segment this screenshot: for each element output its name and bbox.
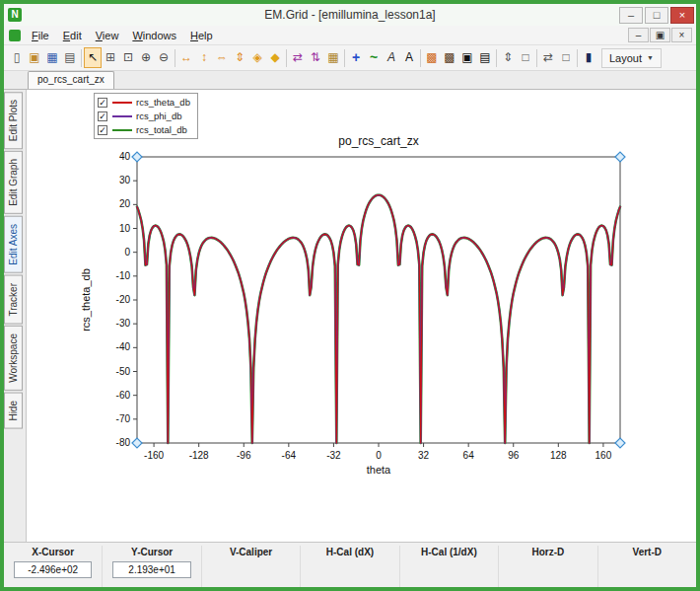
statusbar-value: -2.496e+02 [14,561,92,578]
stretch-x-button[interactable]: ⇔ [213,47,231,68]
resize-handle-top-left[interactable] [132,152,142,162]
window-close-button[interactable]: × [670,7,694,24]
stretch-y-button[interactable]: ⇕ [231,47,248,68]
legend-checkbox-rcs_theta_db[interactable]: ✓ [98,98,107,108]
legend-label: rcs_theta_db [136,97,190,108]
series-rcs_phi_db-line [137,195,620,443]
y-tick-label: 10 [119,223,131,234]
image-dark-button[interactable]: ▩ [441,47,458,68]
legend-line-sample [112,102,132,104]
toolbar-separator [175,49,175,67]
y-tick-label: -30 [116,318,131,329]
sidebar-tab-edit-graph[interactable]: Edit Graph [4,151,23,214]
plot-legend: ✓rcs_theta_db✓rcs_phi_db✓rcs_total_db [94,93,198,139]
scale-y-button[interactable]: ↕ [195,47,213,68]
legend-checkbox-rcs_total_db[interactable]: ✓ [98,125,107,135]
save-button[interactable]: ▦ [43,47,61,68]
resize-handle-bottom-left[interactable] [132,438,142,448]
x-tick-label: 128 [550,450,567,461]
menu-view[interactable]: View [89,28,126,43]
mdi-restore-button[interactable]: ▣ [650,28,670,42]
axis-expand-y-button[interactable]: ⇕ [499,47,517,68]
y-tick-label: 30 [119,175,131,185]
window-maximize-button[interactable]: □ [645,7,668,24]
zoom-window-button[interactable]: ⊡ [119,47,137,68]
toolbar-separator [81,49,82,67]
tab-po-rcs-cart-zx[interactable]: po_rcs_cart_zx [28,71,114,89]
document-tabbar: po_rcs_cart_zx [4,71,696,90]
statusbar-col-x-cursor: X-Cursor-2.496e+02 [4,546,103,587]
menu-edit[interactable]: Edit [56,28,89,43]
text-label-button[interactable]: A [400,47,418,68]
add-marker-button[interactable]: + [347,47,365,68]
toolbar-separator [496,49,497,67]
axis-expand-x-button[interactable]: ⇄ [539,47,557,68]
menubar: FileEditViewWindowsHelp – ▣ × [4,26,696,45]
sidebar: Edit PlotsEdit GraphEdit AxesTrackerWork… [4,90,26,542]
statusbar-label: Vert-D [598,546,696,559]
colormap-button[interactable]: ▮ [580,47,597,68]
mdi-close-button[interactable]: × [671,28,692,42]
menu-file[interactable]: File [25,28,56,43]
series-rcs_total_db-line [137,195,620,443]
toolbar-separator [577,49,578,67]
select-cursor-button[interactable]: ↖ [84,47,102,68]
legend-item-rcs_phi_db: ✓rcs_phi_db [98,110,190,122]
shift-x-button[interactable]: ⇄ [289,47,307,68]
sidebar-tab-hide[interactable]: Hide [4,393,23,429]
axis-lock-x-button[interactable]: □ [557,47,575,68]
layout-dropdown-label: Layout [609,52,642,64]
new-file-button[interactable]: ▯ [8,47,26,68]
x-tick-label: 0 [376,450,382,461]
contour-a-button[interactable]: ▣ [458,47,476,68]
zoom-out-button[interactable]: ⊖ [155,47,173,68]
x-tick-label: -32 [326,450,341,461]
x-tick-label: -96 [237,450,251,461]
resize-handle-bottom-right[interactable] [615,438,625,448]
sidebar-tab-workspace[interactable]: Workspace [4,326,23,391]
shift-y-button[interactable]: ⇅ [307,47,324,68]
print-button[interactable]: ▤ [61,47,79,68]
statusbar-col-h-cal-dx-: H-Cal (dX) [301,546,399,587]
x-tick-label: 32 [418,450,430,461]
statusbar-col-v-caliper: V-Caliper [202,546,301,587]
image-map-button[interactable]: ▩ [423,47,441,68]
pan-button[interactable]: ⊞ [102,47,119,68]
toolbar-separator [344,49,345,67]
add-curve-button[interactable]: ~ [365,47,383,68]
window-minimize-button[interactable]: – [619,7,643,24]
y-tick-label: 20 [119,198,131,209]
fit-data-button[interactable]: ◆ [266,47,284,68]
legend-line-sample [112,129,132,131]
sidebar-tab-tracker[interactable]: Tracker [4,275,23,325]
legend-item-rcs_total_db: ✓rcs_total_db [98,123,190,136]
menu-windows[interactable]: Windows [125,28,183,43]
y-tick-label: 40 [119,151,131,162]
plot-canvas: po_rcs_cart_zx-160-128-96-64-32032649612… [26,90,696,542]
x-tick-label: -128 [189,450,209,461]
chart-svg: po_rcs_cart_zx-160-128-96-64-32032649612… [27,90,696,542]
grid-toggle-button[interactable]: ▦ [324,47,342,68]
layout-dropdown[interactable]: Layout▼ [601,48,662,68]
mdi-controls: – ▣ × [627,28,692,42]
x-tick-label: -64 [282,450,297,461]
contour-b-button[interactable]: ▤ [476,47,494,68]
main-area: Edit PlotsEdit GraphEdit AxesTrackerWork… [4,90,696,542]
open-file-button[interactable]: ▣ [26,47,43,68]
zoom-in-button[interactable]: ⊕ [137,47,155,68]
sidebar-tab-edit-axes[interactable]: Edit Axes [4,216,23,273]
chevron-down-icon: ▼ [647,54,654,61]
statusbar-col-h-cal-1-dx-: H-Cal (1/dX) [400,546,499,587]
mdi-minimize-button[interactable]: – [628,28,649,42]
y-tick-label: -20 [116,294,131,305]
axis-lock-y-button[interactable]: □ [517,47,534,68]
x-axis-label: theta [367,464,391,476]
zoom-extents-button[interactable]: ◈ [248,47,266,68]
text-italic-button[interactable]: A [383,47,400,68]
sidebar-tab-edit-plots[interactable]: Edit Plots [4,92,23,149]
legend-checkbox-rcs_phi_db[interactable]: ✓ [98,111,107,121]
resize-handle-top-right[interactable] [615,152,625,162]
scale-x-button[interactable]: ↔ [177,47,195,68]
menu-help[interactable]: Help [183,28,220,43]
titlebar: N EM.Grid - [emillumina_lesson1a] – □ × [4,4,696,26]
